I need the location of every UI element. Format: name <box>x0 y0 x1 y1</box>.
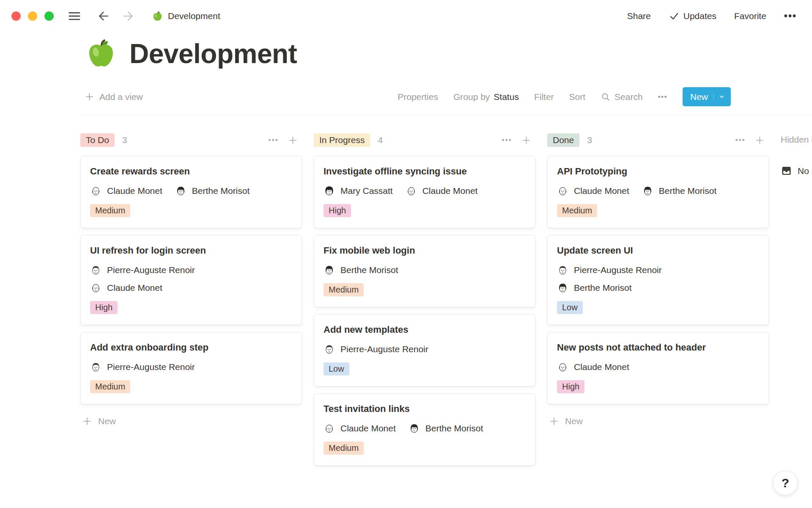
kanban-card[interactable]: Update screen UIPierre-Auguste RenoirBer… <box>547 235 769 325</box>
card-title: New posts not attached to header <box>557 341 759 353</box>
card-assignees: Berthe Morisot <box>324 264 526 276</box>
group-by-button[interactable]: Group by Status <box>453 92 519 102</box>
priority-tag: Low <box>557 301 583 314</box>
assignee-name: Mary Cassatt <box>340 186 393 196</box>
chevron-down-icon <box>713 94 725 100</box>
column-header: Done3••• <box>547 132 769 148</box>
properties-button[interactable]: Properties <box>398 92 438 102</box>
sort-button[interactable]: Sort <box>569 92 586 102</box>
green-apple-icon[interactable] <box>85 37 118 70</box>
add-view-button[interactable]: Add a view <box>85 92 143 102</box>
assignee: Claude Monet <box>324 422 396 434</box>
card-title: Add extra onboarding step <box>90 341 292 353</box>
column-count: 3 <box>122 135 127 145</box>
column-add-card-button[interactable] <box>521 135 531 145</box>
window-titlebar: Development Share Updates Favorite ••• <box>0 0 812 32</box>
avatar-woman-icon <box>324 264 335 276</box>
add-new-card-button[interactable]: New <box>547 416 769 426</box>
kanban-card[interactable]: New posts not attached to headerClaude M… <box>547 332 769 404</box>
new-button[interactable]: New <box>683 87 731 106</box>
priority-tag: Medium <box>557 204 597 217</box>
column-cards: Investigate offline syncing issueMary Ca… <box>314 156 535 466</box>
card-title: Add new templates <box>324 323 526 336</box>
inbox-icon <box>781 165 792 177</box>
forward-arrow-icon[interactable] <box>121 9 135 23</box>
zoom-window-button[interactable] <box>44 11 54 21</box>
plus-icon <box>85 92 94 102</box>
priority-tag: Medium <box>324 442 364 455</box>
page-title[interactable]: Development <box>129 38 297 69</box>
column-header: In Progress4••• <box>314 132 535 148</box>
share-button[interactable]: Share <box>627 11 651 21</box>
card-title: Create rewards screen <box>90 165 292 177</box>
column-header-actions: ••• <box>735 135 765 145</box>
priority-tag: Medium <box>324 283 364 296</box>
column-more-button[interactable]: ••• <box>735 136 746 144</box>
search-button[interactable]: Search <box>601 92 643 102</box>
card-title: Fix mobile web login <box>324 244 526 257</box>
updates-button[interactable]: Updates <box>669 11 716 22</box>
kanban-card[interactable]: Test invitation linksClaude MonetBerthe … <box>314 393 535 466</box>
card-assignees: Claude MonetBerthe Morisot <box>90 185 292 196</box>
card-assignees: Claude MonetBerthe Morisot <box>557 185 759 196</box>
favorite-button[interactable]: Favorite <box>734 11 766 21</box>
column-add-card-button[interactable] <box>288 135 298 145</box>
assignee: Pierre-Auguste Renoir <box>557 264 662 276</box>
close-window-button[interactable] <box>11 11 21 21</box>
new-card-label: New <box>565 416 583 426</box>
column-status-pill[interactable]: In Progress <box>314 133 370 147</box>
view-more-button[interactable]: ••• <box>658 93 667 101</box>
more-options-button[interactable]: ••• <box>784 11 797 22</box>
assignee: Claude Monet <box>557 361 629 373</box>
assignee: Claude Monet <box>406 185 478 196</box>
avatar-woman-icon <box>175 185 187 196</box>
sidebar-menu-icon[interactable] <box>67 9 82 23</box>
filter-button[interactable]: Filter <box>534 92 554 102</box>
assignee-name: Pierre-Auguste Renoir <box>107 362 195 372</box>
avatar-woman-dark-icon <box>324 185 335 196</box>
kanban-column-0: To Do3•••Create rewards screenClaude Mon… <box>80 132 302 466</box>
assignee-name: Berthe Morisot <box>425 423 483 433</box>
column-header: To Do3••• <box>80 132 302 148</box>
column-status-pill[interactable]: To Do <box>80 133 115 147</box>
kanban-board: To Do3•••Create rewards screenClaude Mon… <box>0 115 812 466</box>
kanban-card[interactable]: UI refresh for login screenPierre-August… <box>80 235 302 325</box>
assignee-name: Claude Monet <box>340 423 396 433</box>
kanban-card[interactable]: Add extra onboarding stepPierre-Auguste … <box>80 332 302 404</box>
assignee: Mary Cassatt <box>324 185 393 196</box>
kanban-card[interactable]: Create rewards screenClaude MonetBerthe … <box>80 156 302 228</box>
avatar-man-bald-icon <box>557 361 568 373</box>
assignee-name: Pierre-Auguste Renoir <box>340 344 428 354</box>
new-card-label: New <box>98 416 116 426</box>
avatar-woman-icon <box>557 282 568 293</box>
kanban-card[interactable]: Fix mobile web loginBerthe MorisotMedium <box>314 235 535 307</box>
minimize-window-button[interactable] <box>28 11 37 21</box>
column-more-button[interactable]: ••• <box>269 136 279 144</box>
column-more-button[interactable]: ••• <box>502 136 512 144</box>
card-assignees: Pierre-Auguste Renoir <box>324 343 526 355</box>
card-assignees: Claude MonetBerthe Morisot <box>324 422 526 434</box>
assignee: Pierre-Auguste Renoir <box>90 264 195 276</box>
add-new-card-button[interactable]: New <box>80 416 302 426</box>
column-cards: API PrototypingClaude MonetBerthe Moriso… <box>547 156 769 404</box>
group-by-value: Status <box>494 92 519 102</box>
board-columns: To Do3•••Create rewards screenClaude Mon… <box>80 132 769 466</box>
column-status-pill[interactable]: Done <box>547 133 579 147</box>
kanban-card[interactable]: API PrototypingClaude MonetBerthe Moriso… <box>547 156 769 228</box>
breadcrumb[interactable]: Development <box>152 11 220 22</box>
card-title: API Prototyping <box>557 165 759 177</box>
back-arrow-icon[interactable] <box>97 9 110 23</box>
column-add-card-button[interactable] <box>755 135 765 145</box>
column-count: 4 <box>378 135 383 145</box>
titlebar-actions: Share Updates Favorite ••• <box>627 11 797 22</box>
assignee: Claude Monet <box>90 185 162 196</box>
assignee-name: Berthe Morisot <box>340 265 398 275</box>
kanban-card[interactable]: Investigate offline syncing issueMary Ca… <box>314 156 535 228</box>
avatar-man-icon <box>90 264 102 276</box>
priority-tag: Medium <box>90 204 130 217</box>
search-icon <box>601 92 611 102</box>
hidden-column-item[interactable]: No Status <box>781 165 812 177</box>
kanban-card[interactable]: Add new templatesPierre-Auguste RenoirLo… <box>314 314 535 387</box>
help-button[interactable]: ? <box>773 471 798 495</box>
hidden-columns-toggle[interactable]: Hidden columns <box>781 135 812 145</box>
